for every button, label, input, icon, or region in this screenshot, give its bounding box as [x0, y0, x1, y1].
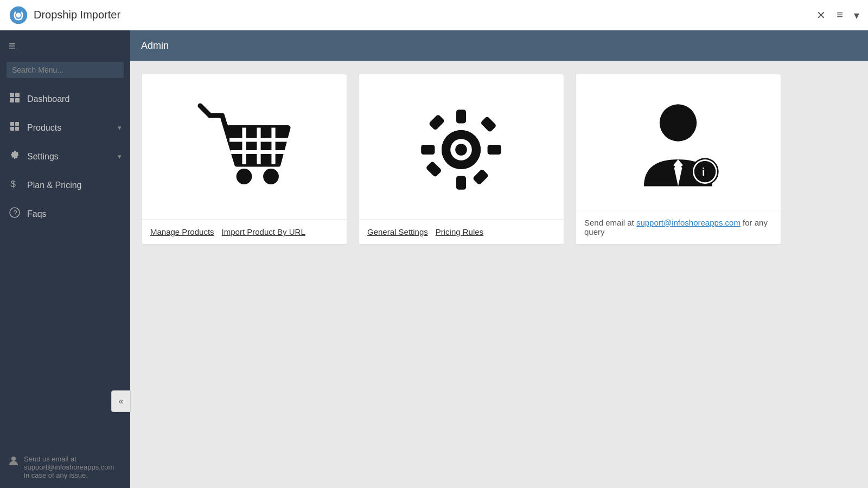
- import-product-link[interactable]: Import Product By URL: [222, 227, 305, 236]
- sidebar-item-settings-label: Settings: [27, 152, 111, 162]
- support-prefix-text: Send email at: [584, 218, 636, 227]
- svg-text:i: i: [702, 166, 705, 178]
- svg-point-20: [263, 169, 279, 184]
- svg-rect-6: [10, 122, 14, 126]
- svg-rect-26: [421, 145, 435, 155]
- sidebar-item-faqs-label: Faqs: [27, 209, 122, 219]
- products-card: Manage Products Import Product By URL: [141, 74, 347, 245]
- topbar-left: Dropship Importer: [9, 5, 120, 25]
- support-card-links: Send email at support@infoshoreapps.com …: [576, 210, 781, 244]
- collapse-icon: «: [119, 396, 124, 406]
- svg-rect-3: [15, 93, 20, 97]
- products-chevron-icon: ▾: [118, 124, 122, 132]
- svg-rect-9: [15, 127, 19, 131]
- sidebar-item-settings[interactable]: Settings ▾: [0, 142, 130, 171]
- topbar: Dropship Importer ✕ ≡ ▾: [0, 0, 868, 30]
- dropdown-icon[interactable]: ▾: [854, 9, 859, 22]
- faqs-icon: ?: [9, 207, 21, 221]
- general-settings-link[interactable]: General Settings: [367, 227, 428, 236]
- user-icon: [9, 456, 18, 468]
- svg-rect-4: [10, 98, 14, 102]
- sidebar-item-products[interactable]: Products ▾: [0, 113, 130, 142]
- settings-card: General Settings Pricing Rules: [358, 74, 564, 245]
- svg-rect-31: [480, 115, 497, 132]
- cart-icon: [195, 101, 293, 198]
- sidebar-hamburger[interactable]: ≡: [0, 30, 130, 62]
- svg-rect-8: [10, 127, 14, 131]
- svg-rect-28: [429, 114, 445, 131]
- sidebar-item-plan-pricing[interactable]: $ Plan & Pricing: [0, 171, 130, 200]
- sidebar-footer: Send us email at support@infoshoreapps.c…: [0, 446, 130, 488]
- plan-pricing-icon: $: [9, 178, 21, 192]
- svg-point-13: [11, 457, 16, 461]
- support-card: i Send email at support@infoshoreapps.co…: [575, 74, 781, 245]
- gear-icon: [412, 101, 510, 198]
- svg-point-32: [660, 104, 697, 141]
- products-icon: [9, 121, 21, 134]
- sidebar-item-products-label: Products: [27, 123, 111, 133]
- svg-rect-25: [456, 176, 466, 189]
- cards-grid: Manage Products Import Product By URL: [141, 74, 857, 245]
- svg-rect-29: [473, 169, 489, 185]
- content-area: Admin: [130, 30, 868, 488]
- support-email-link[interactable]: support@infoshoreapps.com: [636, 218, 741, 227]
- cards-area: Manage Products Import Product By URL: [130, 61, 868, 488]
- admin-header: Admin: [130, 30, 868, 61]
- sidebar: ≡ Dashboard Products ▾ Settings ▾: [0, 30, 130, 488]
- svg-rect-30: [425, 160, 442, 177]
- svg-text:?: ?: [14, 209, 17, 217]
- main-layout: ≡ Dashboard Products ▾ Settings ▾: [0, 30, 868, 488]
- svg-rect-7: [15, 122, 19, 126]
- support-card-icon-area: i: [576, 74, 781, 210]
- topbar-right: ✕ ≡ ▾: [816, 9, 859, 22]
- sidebar-item-faqs[interactable]: ? Faqs: [0, 200, 130, 228]
- svg-text:$: $: [11, 179, 16, 189]
- support-icon: i: [629, 96, 727, 194]
- search-input[interactable]: [7, 62, 124, 78]
- menu-icon[interactable]: ≡: [837, 9, 843, 21]
- settings-card-icon-area: [359, 74, 564, 219]
- products-card-icon-area: [142, 74, 347, 219]
- settings-card-links: General Settings Pricing Rules: [359, 219, 564, 244]
- close-icon[interactable]: ✕: [816, 9, 826, 22]
- dashboard-icon: [9, 92, 21, 106]
- svg-rect-27: [488, 145, 501, 155]
- sidebar-collapse-button[interactable]: «: [111, 390, 131, 412]
- svg-point-19: [237, 169, 252, 184]
- sidebar-item-dashboard-label: Dashboard: [27, 94, 122, 104]
- sidebar-item-plan-pricing-label: Plan & Pricing: [27, 181, 122, 190]
- svg-point-1: [16, 12, 21, 17]
- app-logo: [9, 5, 28, 25]
- manage-products-link[interactable]: Manage Products: [150, 227, 214, 236]
- settings-icon: [9, 150, 21, 163]
- svg-rect-2: [10, 93, 14, 97]
- svg-point-23: [455, 144, 467, 156]
- sidebar-footer-text: Send us email at support@infoshoreapps.c…: [24, 455, 122, 479]
- products-card-links: Manage Products Import Product By URL: [142, 219, 347, 244]
- app-title: Dropship Importer: [34, 9, 120, 21]
- pricing-rules-link[interactable]: Pricing Rules: [436, 227, 483, 236]
- settings-chevron-icon: ▾: [118, 152, 122, 160]
- sidebar-item-dashboard[interactable]: Dashboard: [0, 85, 130, 113]
- svg-rect-5: [15, 98, 20, 102]
- admin-title: Admin: [141, 40, 169, 52]
- svg-rect-24: [456, 110, 466, 123]
